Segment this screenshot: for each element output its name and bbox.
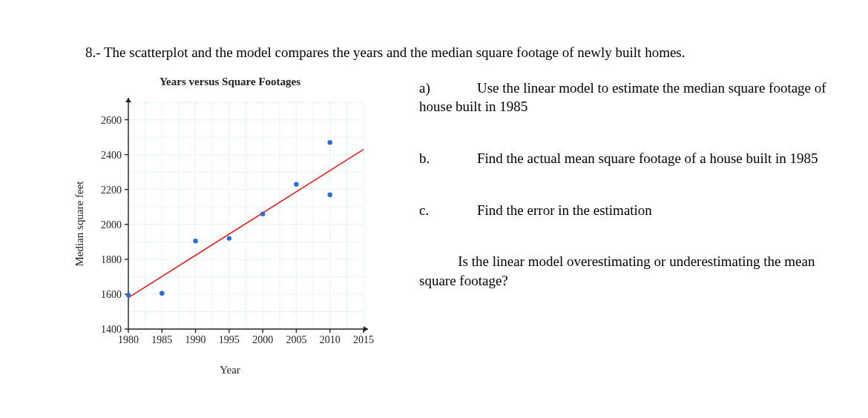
svg-point-67 — [227, 236, 231, 240]
question-d: Is the linear model overestimating or un… — [419, 252, 827, 290]
question-a: a) Use the linear model to estimate the … — [419, 79, 827, 116]
question-a-label: a) — [419, 79, 449, 98]
svg-text:2200: 2200 — [101, 184, 122, 195]
svg-point-65 — [160, 291, 164, 295]
svg-text:2000: 2000 — [101, 219, 122, 230]
questions: a) Use the linear model to estimate the … — [419, 76, 827, 323]
svg-text:1990: 1990 — [185, 334, 206, 345]
svg-marker-30 — [364, 326, 368, 332]
svg-text:1995: 1995 — [219, 334, 240, 345]
question-b-label: b. — [419, 149, 449, 168]
svg-text:2005: 2005 — [286, 334, 306, 345]
svg-point-68 — [260, 211, 265, 216]
svg-text:1400: 1400 — [101, 324, 122, 335]
chart-title: Years versus Square Footages — [85, 76, 375, 88]
svg-text:2000: 2000 — [252, 334, 273, 345]
question-c: c. Find the error in the estimation — [419, 201, 827, 220]
chart-ylabel: Median square feet — [73, 181, 86, 266]
question-b-text: Find the actual mean square footage of a… — [477, 150, 818, 166]
question-b: b. Find the actual mean square footage o… — [419, 149, 827, 168]
problem-number: 8.- — [85, 44, 101, 60]
svg-text:1600: 1600 — [101, 289, 122, 300]
svg-point-69 — [294, 182, 298, 186]
svg-text:2400: 2400 — [101, 149, 122, 160]
question-c-label: c. — [419, 201, 449, 220]
question-d-text: Is the linear model overestimating or un… — [419, 253, 815, 288]
question-c-text: Find the error in the estimation — [477, 202, 652, 218]
svg-text:2015: 2015 — [353, 334, 374, 345]
svg-point-64 — [126, 293, 131, 297]
svg-text:1985: 1985 — [151, 334, 172, 345]
svg-text:1980: 1980 — [118, 334, 139, 345]
svg-point-71 — [328, 140, 332, 145]
question-a-text: Use the linear model to estimate the med… — [419, 80, 826, 115]
problem-intro: 8.- The scatterplot and the model compar… — [85, 43, 827, 62]
chart-xlabel: Year — [85, 364, 375, 376]
svg-marker-32 — [125, 98, 131, 102]
svg-text:1800: 1800 — [101, 253, 122, 265]
svg-text:2010: 2010 — [320, 334, 341, 345]
scatterplot-chart: Years versus Square Footages Median squa… — [85, 76, 375, 372]
svg-point-66 — [193, 239, 197, 243]
svg-text:2600: 2600 — [101, 114, 122, 125]
chart-canvas: 1980198519901995200020052010201514001600… — [85, 92, 375, 359]
svg-point-70 — [328, 192, 332, 196]
problem-text: The scatterplot and the model compares t… — [104, 44, 685, 60]
